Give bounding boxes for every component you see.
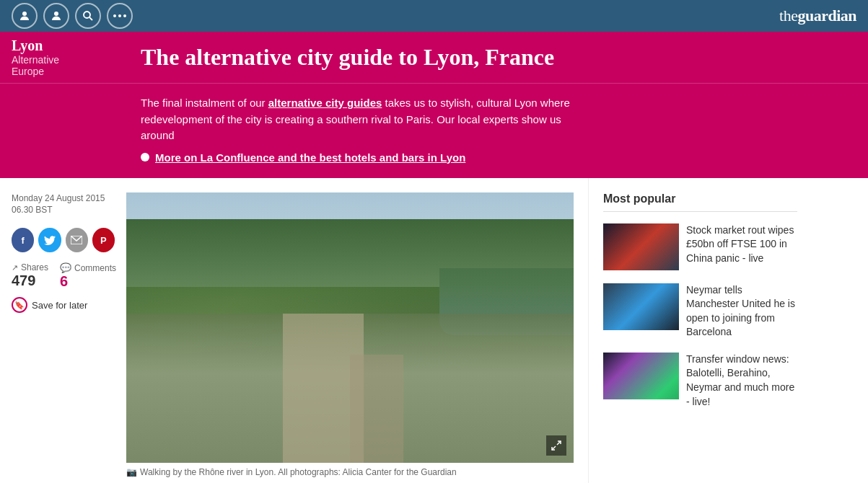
breadcrumb: Lyon AlternativeEurope — [0, 32, 126, 83]
article-meta: Monday 24 August 2015 06.30 BST f P ↗ — [0, 178, 126, 484]
email-button[interactable] — [66, 228, 88, 252]
twitter-button[interactable] — [38, 228, 61, 252]
save-later-button[interactable]: 🔖 Save for later — [12, 297, 115, 313]
guardian-logo: theguardian — [779, 6, 856, 25]
user-button[interactable] — [43, 3, 69, 29]
save-label: Save for later — [32, 300, 87, 311]
popular-headline-1: Stock market rout wipes £50bn off FTSE 1… — [686, 223, 797, 266]
svg-point-5 — [118, 14, 121, 17]
comments-count: 6 — [60, 273, 116, 290]
sub-link[interactable]: More on La Confluence and the best hotel… — [155, 151, 465, 164]
svg-point-1 — [54, 12, 58, 16]
shares-section: ↗ Shares 479 — [12, 262, 48, 290]
camera-icon: 📷 — [126, 467, 137, 477]
search-button[interactable] — [75, 3, 101, 29]
article-title: The alternative city guide to Lyon, Fran… — [141, 43, 554, 71]
most-popular-title: Most popular — [603, 192, 797, 212]
popular-item-3[interactable]: Transfer window news: Balotelli, Berahin… — [603, 353, 797, 409]
article-date: Monday 24 August 2015 06.30 BST — [12, 192, 115, 217]
bookmark-icon: 🔖 — [12, 297, 27, 313]
popular-headline-3: Transfer window news: Balotelli, Berahin… — [686, 353, 797, 409]
popular-headline-2: Neymar tells Manchester United he is ope… — [686, 283, 797, 340]
right-sidebar: Most popular Stock market rout wipes £50… — [588, 178, 812, 484]
social-buttons: f P — [12, 228, 115, 252]
article-title-bar: The alternative city guide to Lyon, Fran… — [126, 32, 868, 83]
article-body: 📷 Walking by the Rhône river in Lyon. Al… — [126, 178, 588, 484]
main-image — [126, 192, 574, 463]
svg-point-6 — [123, 14, 126, 17]
popular-thumb-1 — [603, 223, 679, 270]
share-icon: ↗ — [12, 263, 18, 272]
image-caption: 📷 Walking by the Rhône river in Lyon. Al… — [126, 467, 574, 477]
shares-label-text: Shares — [21, 262, 48, 272]
svg-point-0 — [22, 12, 27, 16]
intro-link[interactable]: alternative city guides — [268, 97, 382, 109]
profile-button[interactable] — [12, 3, 38, 29]
shares-comments: ↗ Shares 479 💬 Comments 6 — [12, 262, 115, 290]
comments-label-text: Comments — [74, 263, 116, 273]
nav-icons — [12, 3, 133, 29]
svg-line-3 — [89, 17, 92, 20]
svg-point-4 — [113, 14, 116, 17]
pinterest-button[interactable]: P — [92, 228, 115, 252]
svg-point-2 — [84, 12, 90, 18]
main-content: Monday 24 August 2015 06.30 BST f P ↗ — [0, 178, 868, 484]
bullet-icon — [141, 153, 149, 161]
breadcrumb-sub: AlternativeEurope — [12, 54, 115, 77]
top-navigation: theguardian — [0, 0, 868, 32]
article-photo — [126, 192, 574, 463]
comments-section: 💬 Comments 6 — [60, 262, 116, 290]
section-header: Lyon AlternativeEurope The alternative c… — [0, 32, 868, 83]
breadcrumb-city: Lyon — [12, 37, 115, 54]
sub-link-item: More on La Confluence and the best hotel… — [141, 151, 854, 164]
facebook-button[interactable]: f — [12, 228, 34, 252]
intro-text: The final instalment of our alternative … — [141, 95, 588, 144]
popular-thumb-3 — [603, 353, 679, 399]
comment-icon: 💬 — [60, 262, 71, 273]
intro-band: The final instalment of our alternative … — [0, 83, 868, 178]
expand-icon[interactable] — [546, 435, 566, 456]
popular-item-1[interactable]: Stock market rout wipes £50bn off FTSE 1… — [603, 223, 797, 270]
popular-thumb-2 — [603, 283, 679, 330]
more-button[interactable] — [107, 3, 133, 29]
shares-count: 479 — [12, 272, 48, 289]
popular-item-2[interactable]: Neymar tells Manchester United he is ope… — [603, 283, 797, 340]
